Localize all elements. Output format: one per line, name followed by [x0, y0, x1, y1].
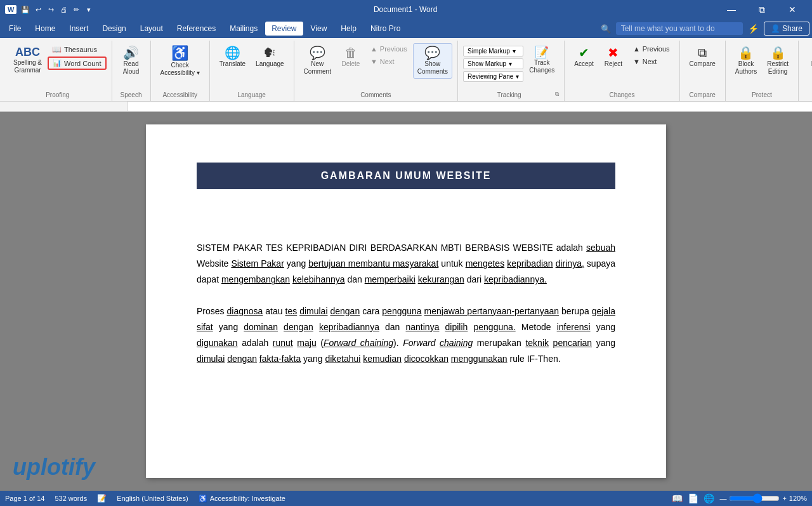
read-mode-icon[interactable]: 📖 — [672, 493, 683, 503]
spelling-grammar-button[interactable]: ABC Spelling &Grammar — [9, 43, 46, 77]
language-group-label: Language — [215, 90, 289, 101]
reject-button[interactable]: ✖ Reject — [599, 43, 627, 71]
save-icon[interactable]: 💾 — [20, 4, 30, 15]
zoom-out-button[interactable]: — — [719, 495, 726, 502]
menu-nitro[interactable]: Nitro Pro — [364, 22, 407, 36]
menu-file[interactable]: File — [3, 22, 27, 36]
print-icon[interactable]: 🖨 — [58, 4, 69, 15]
p2-forward: Forward chaining — [324, 338, 393, 348]
show-markup-dropdown[interactable]: Show Markup ▾ — [463, 58, 523, 69]
next-change-button[interactable]: ▼ Next — [629, 56, 674, 67]
word-count-button[interactable]: 📊 Word Count — [48, 57, 107, 70]
undo-icon[interactable]: ↩ — [33, 4, 43, 15]
dropdown-icon[interactable]: ▾ — [84, 4, 94, 15]
changes-nav: ▲ Previous ▼ Next — [629, 43, 674, 67]
zoom-in-button[interactable]: + — [782, 495, 786, 502]
p2-pencarian2: pencarian — [553, 338, 593, 348]
p1-mengembangkan: mengembangkan — [221, 274, 290, 284]
p2-yang3: yang — [592, 338, 615, 348]
p2-dengan2: dengan — [330, 306, 360, 316]
p2-menggunakan: menggunakan — [451, 354, 508, 364]
menu-review[interactable]: Review — [265, 22, 303, 36]
language-buttons: 🌐 Translate 🗣 Language — [215, 41, 289, 90]
p2-diagnosa: diagnosa — [227, 306, 263, 316]
protect-buttons: 🔒 BlockAuthors 🔒 RestrictEditing — [731, 41, 793, 90]
menu-mailings[interactable]: Mailings — [223, 22, 264, 36]
menu-view[interactable]: View — [304, 22, 334, 36]
prev-icon: ▲ — [370, 45, 377, 53]
thesaurus-button[interactable]: 📖 Thesaurus — [48, 43, 107, 56]
p2-yang2: yang — [591, 322, 615, 332]
p1-kelebihannya: kelebihannya — [292, 274, 345, 284]
comments-group-label: Comments — [299, 90, 452, 101]
previous-comment-button[interactable]: ▲ Previous — [366, 43, 412, 55]
p2-paren2: ). — [393, 338, 403, 348]
next-comment-button[interactable]: ▼ Next — [366, 56, 412, 67]
menu-insert[interactable]: Insert — [63, 22, 95, 36]
minimize-button[interactable]: — — [717, 0, 746, 19]
language-button[interactable]: 🗣 Language — [251, 43, 289, 71]
blockauthors-label: BlockAuthors — [735, 60, 757, 76]
accept-button[interactable]: ✔ Accept — [570, 43, 598, 71]
tracking-expand[interactable]: ⧉ — [555, 91, 559, 100]
menu-references[interactable]: References — [171, 22, 222, 36]
search-input[interactable] — [616, 22, 743, 35]
block-authors-button[interactable]: 🔒 BlockAuthors — [731, 43, 761, 79]
menu-bar: File Home Insert Design Layout Reference… — [0, 19, 812, 38]
menu-help[interactable]: Help — [334, 22, 363, 36]
simple-markup-dropdown[interactable]: Simple Markup ▾ — [463, 46, 523, 57]
p1-start: SISTEM PAKAR TES KEPRIBADIAN DIRI BERDAS… — [197, 243, 586, 253]
menu-design[interactable]: Design — [96, 22, 132, 36]
language-label: Language — [256, 60, 284, 68]
redo-icon[interactable]: ↪ — [46, 4, 56, 15]
p1-memperbaiki: memperbaiki — [365, 274, 416, 284]
reviewpane-label: Reviewing Pane — [468, 73, 513, 80]
share-button[interactable]: 👤 Share — [764, 22, 809, 36]
p2-metode: Metode — [516, 322, 557, 332]
document-title-box: GAMBARAN UMUM WEBSITE — [197, 163, 615, 189]
p2-yang: yang — [213, 322, 244, 332]
previous-change-button[interactable]: ▲ Previous — [629, 43, 674, 55]
read-aloud-button[interactable]: 🔊 ReadAloud — [117, 43, 145, 79]
ruler-inner: // Will be rendered via CSS — [127, 102, 812, 111]
document-page: GAMBARAN UMUM WEBSITE SISTEM PAKAR TES K… — [146, 124, 666, 478]
restore-button[interactable]: ⧉ — [747, 0, 776, 19]
check-accessibility-button[interactable]: ♿ CheckAccessibility ▾ — [156, 43, 204, 80]
p1-untuk: untuk — [438, 258, 465, 269]
track-label: TrackChanges — [529, 59, 554, 74]
menu-layout[interactable]: Layout — [134, 22, 169, 36]
ink-group-label: Ink — [804, 90, 812, 101]
prev-change-label: Previous — [643, 45, 670, 53]
web-layout-icon[interactable]: 🌐 — [704, 493, 714, 503]
p2-pengguna: pengguna — [382, 306, 421, 316]
menu-home[interactable]: Home — [29, 22, 62, 36]
translate-button[interactable]: 🌐 Translate — [215, 43, 250, 71]
p2-sifat2: sifat — [197, 322, 213, 332]
close-button[interactable]: ✕ — [778, 0, 807, 19]
thesaurus-icon: 📖 — [52, 45, 62, 54]
p1-kepribadiannya: kepribadiannya. — [484, 274, 547, 284]
hide-ink-button[interactable]: ✏ HideInk — [804, 43, 812, 79]
p2-dengan6: dengan — [227, 354, 257, 364]
new-comment-button[interactable]: 💬 NewComment — [299, 43, 336, 79]
zoom-slider[interactable] — [729, 493, 780, 503]
print-layout-icon[interactable]: 📄 — [688, 493, 698, 503]
delete-comment-button[interactable]: 🗑 Delete — [337, 43, 365, 71]
lightning-icon: ⚡ — [748, 23, 759, 34]
show-comments-button[interactable]: 💬 ShowComments — [413, 43, 452, 79]
markup-label: Simple Markup — [468, 48, 510, 55]
paragraph-1: SISTEM PAKAR TES KEPRIBADIAN DIRI BERDAS… — [197, 240, 615, 288]
next-change-label: Next — [643, 58, 657, 65]
restrict-editing-button[interactable]: 🔒 RestrictEditing — [763, 43, 793, 79]
ribbon-group-compare: ⧉ Compare Compare — [680, 41, 726, 101]
window-controls: — ⧉ ✕ — [717, 0, 807, 19]
protect-group-label: Protect — [731, 90, 793, 101]
reviewing-pane-dropdown[interactable]: Reviewing Pane ▾ — [463, 71, 523, 82]
p2-pengguna3: pengguna. — [474, 322, 516, 332]
customize-icon[interactable]: ✏ — [71, 4, 81, 15]
ribbon-group-tracking: Simple Markup ▾ Show Markup ▾ Reviewing … — [458, 41, 565, 101]
track-changes-button[interactable]: 📝 TrackChanges — [525, 43, 559, 77]
document-area[interactable]: GAMBARAN UMUM WEBSITE SISTEM PAKAR TES K… — [0, 112, 812, 491]
compare-button[interactable]: ⧉ Compare — [685, 43, 720, 71]
menu-search-area: 🔍 ⚡ 👤 Share — [601, 22, 809, 36]
